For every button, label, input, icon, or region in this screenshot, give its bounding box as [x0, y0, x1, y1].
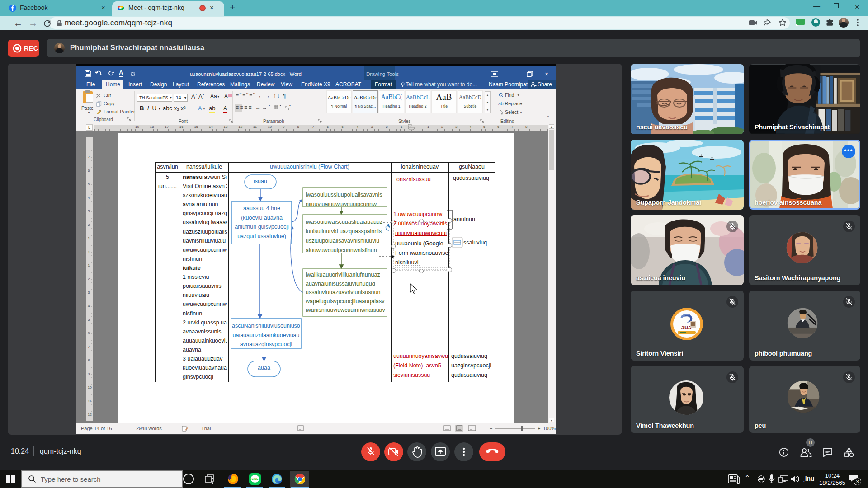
svg-text:LINE: LINE	[252, 477, 259, 480]
svg-text:aua: aua	[681, 324, 692, 331]
